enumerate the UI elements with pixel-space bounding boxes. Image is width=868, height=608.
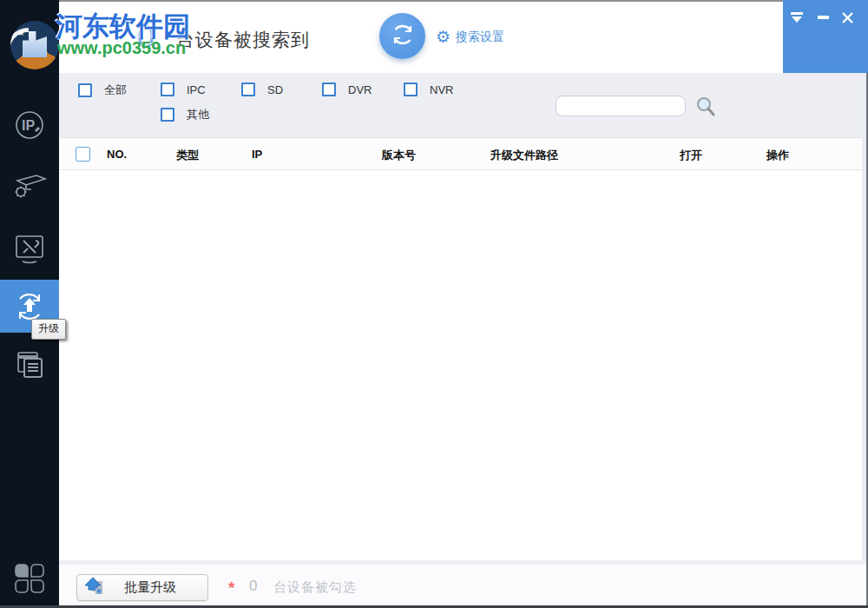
table-header: NO. 类型 IP 版本号 升级文件路径 打开 操作: [59, 137, 862, 170]
device-count: 0: [137, 19, 155, 56]
upgrade-tooltip: 升级: [31, 319, 66, 340]
camera-config-icon: [10, 167, 49, 205]
sidebar-item-device-config[interactable]: [0, 162, 59, 210]
checkbox-checked[interactable]: [161, 108, 174, 122]
sidebar-item-device-info[interactable]: [0, 340, 59, 389]
header: 0 台设备被搜索到 ⚙ 搜索设置: [59, 0, 783, 73]
device-count-suffix: 台设备被搜索到: [176, 28, 310, 52]
titlebar: [783, 0, 868, 73]
column-action[interactable]: 操作: [766, 148, 789, 163]
search-button[interactable]: [695, 96, 716, 118]
filter-label: 全部: [104, 83, 127, 98]
gear-icon: ⚙: [436, 29, 450, 46]
refresh-icon: [389, 21, 417, 52]
column-upgrade-file-path[interactable]: 升级文件路径: [490, 148, 558, 163]
batch-upgrade-label: 批量升级: [105, 579, 207, 596]
select-all-checkbox[interactable]: [76, 147, 90, 162]
minimize-button[interactable]: [813, 10, 832, 24]
sidebar-item-ip-config[interactable]: IP: [0, 101, 59, 149]
device-upgrade-tool-window: { "window": { "controls": { "menu": "dro…: [0, 0, 868, 608]
column-type[interactable]: 类型: [176, 148, 199, 163]
menu-dropdown-button[interactable]: [787, 10, 806, 24]
checkbox-checked[interactable]: [404, 83, 418, 96]
filter-label: NVR: [430, 83, 453, 96]
column-version[interactable]: 版本号: [382, 148, 416, 163]
checkbox-checked[interactable]: [322, 83, 336, 96]
checkbox-checked[interactable]: [78, 83, 92, 97]
documents-icon: [10, 346, 49, 384]
filter-bar: 全部 IPC SD DVR NVR 其他: [59, 73, 862, 137]
required-asterisk: *: [228, 578, 234, 598]
batch-upgrade-icon: [77, 576, 105, 600]
filter-checkbox-nvr[interactable]: NVR: [404, 83, 453, 96]
filter-checkbox-sd[interactable]: SD: [241, 83, 283, 96]
close-button[interactable]: [838, 10, 857, 24]
refresh-button[interactable]: [379, 13, 425, 59]
filter-label: IPC: [187, 83, 206, 96]
magnifier-icon: [695, 106, 716, 121]
clover-icon: [13, 561, 46, 596]
device-table-body: [59, 170, 862, 560]
footer-bar: 批量升级 * 0 台设备被勾选: [59, 565, 866, 605]
sidebar-item-system-settings[interactable]: [0, 224, 59, 273]
filter-label: DVR: [348, 83, 372, 96]
search-settings-label: 搜索设置: [456, 30, 504, 45]
filter-checkbox-other[interactable]: 其他: [161, 107, 209, 122]
column-ip[interactable]: IP: [252, 148, 262, 161]
column-no[interactable]: NO.: [107, 148, 127, 161]
monitor-tools-icon: [10, 229, 49, 268]
search-input[interactable]: [556, 96, 686, 116]
ip-config-icon: IP: [11, 107, 48, 143]
selected-device-count: 0: [249, 578, 257, 595]
checkbox-checked[interactable]: [161, 83, 174, 96]
filter-checkbox-dvr[interactable]: DVR: [322, 83, 372, 96]
checkbox-checked[interactable]: [241, 83, 255, 96]
selected-count-suffix: 台设备被勾选: [273, 579, 357, 596]
filter-checkbox-ipc[interactable]: IPC: [161, 83, 206, 96]
search-settings-button[interactable]: ⚙ 搜索设置: [436, 29, 504, 46]
sidebar: IP: [0, 0, 59, 608]
filter-checkbox-all[interactable]: 全部: [78, 83, 127, 98]
batch-upgrade-button[interactable]: 批量升级: [76, 574, 208, 601]
filter-label: SD: [267, 83, 283, 96]
column-open[interactable]: 打开: [680, 148, 702, 163]
sidebar-item-apps[interactable]: [0, 554, 59, 603]
filter-label: 其他: [187, 107, 209, 122]
svg-text:IP: IP: [22, 118, 35, 133]
